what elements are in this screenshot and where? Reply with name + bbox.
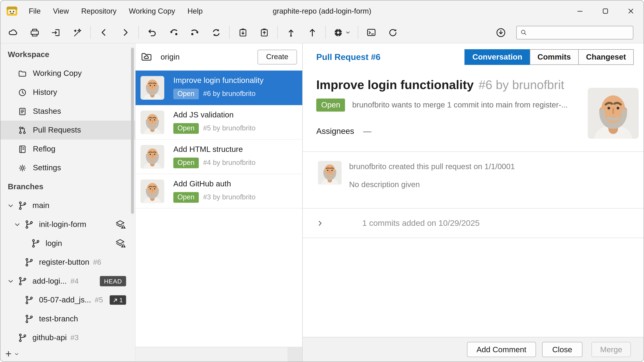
detail-tabs: Conversation Commits Changeset [465,49,634,65]
tab-commits[interactable]: Commits [530,49,579,65]
sidebar-item-stashes[interactable]: Stashes [0,102,135,121]
pr-item-text: Add JS validation Open #5 by brunofbrito [173,110,256,134]
branch-row-add-login[interactable]: add-logi... #4 HEAD [0,272,135,291]
sidebar-item-working-copy[interactable]: Working Copy [0,64,135,83]
sparkles-icon [72,27,82,38]
terminal-button[interactable] [360,24,382,41]
pr-item-title: Add HTML structure [173,145,256,154]
forward-button[interactable] [114,24,136,41]
sidebar-item-settings[interactable]: Settings [0,158,135,177]
maximize-button[interactable] [593,0,618,22]
add-branch-button[interactable]: + [5,349,19,359]
horizontal-scrollbar[interactable] [136,347,302,362]
pr-list-item[interactable]: Improve login functionality Open #6 by b… [136,71,302,105]
merge-button[interactable]: Merge [592,342,631,357]
branch-pr-number: #4 [70,277,78,285]
branch-icon [18,201,28,211]
tab-changeset[interactable]: Changeset [578,49,634,65]
expander-chevron-icon[interactable] [14,221,21,228]
minimize-button[interactable] [567,0,593,22]
search-icon [520,29,528,36]
close-pr-button[interactable]: Close [542,342,582,357]
stash-save-button[interactable] [232,24,254,41]
fetch-download-button[interactable] [490,24,511,41]
pr-list-item[interactable]: Add GitHub auth Open #3 by brunofbrito [136,174,302,209]
menu-working-copy[interactable]: Working Copy [123,0,181,22]
sidebar-item-history[interactable]: History [0,83,135,102]
pr-list-item[interactable]: Add JS validation Open #5 by brunofbrito [136,105,302,140]
branch-label: init-login-form [39,220,86,229]
maximize-icon [601,7,610,15]
branch-pr-number: #6 [93,258,101,267]
stack-warning-icon [115,238,126,249]
pr-item-title: Add GitHub auth [173,179,256,188]
refresh-button[interactable] [382,24,403,41]
branch-row-github-api[interactable]: github-api #3 [0,328,135,347]
pull-button[interactable] [280,24,301,41]
merge-summary: brunofbrito wants to merge 1 commit into… [352,100,568,110]
back-button[interactable] [93,24,114,41]
sync-button[interactable] [205,24,226,41]
detail-header: Pull Request #6 Conversation Commits Cha… [303,43,644,70]
menu-view[interactable]: View [47,0,75,22]
branch-label: login [46,239,62,248]
cherry-pick-button[interactable] [163,24,184,41]
stash-pop-button[interactable] [254,24,275,41]
add-comment-button[interactable]: Add Comment [467,342,536,357]
menu-file[interactable]: File [22,0,47,22]
branch-row-init-login-form[interactable]: init-login-form [0,215,135,234]
pr-number-link[interactable]: Pull Request #6 [316,52,380,62]
tab-conversation[interactable]: Conversation [464,49,530,65]
pr-item-text: Add GitHub auth Open #3 by brunofbrito [173,179,256,203]
print-button[interactable] [24,24,45,41]
branch-label: main [32,201,49,210]
reflog-icon [18,144,27,154]
comment-text: No description given [349,180,515,189]
branch-row-register-button[interactable]: register-button #6 [0,253,135,272]
chevron-left-icon [99,27,109,37]
expander-chevron-icon[interactable] [7,202,14,209]
branch-icon [24,314,34,324]
branch-row-add-js[interactable]: 05-07-add_js... #5 1 [0,291,135,310]
expander-chevron-icon[interactable] [7,278,14,285]
menu-help[interactable]: Help [181,0,209,22]
search-input[interactable] [531,28,630,36]
pr-list-item[interactable]: Add HTML structure Open #4 by brunofbrit… [136,140,302,174]
push-button[interactable] [302,24,323,41]
sidebar-item-reflog[interactable]: Reflog [0,140,135,159]
branch-row-main[interactable]: main [0,196,135,215]
pr-title-row: Improve login functionality#6 by brunofb… [316,78,574,92]
undo-commit-button[interactable] [141,24,162,41]
search-box [516,26,634,39]
branch-label: 05-07-add_js... [39,296,91,305]
branch-row-test-branch[interactable]: test-branch [0,310,135,329]
toolbar-right-group [490,24,644,41]
stashes-icon [18,106,27,116]
close-button[interactable] [618,0,644,22]
clone-button[interactable] [2,24,24,41]
menu-repository[interactable]: Repository [75,0,123,22]
author-avatar [588,88,639,139]
create-pr-button[interactable]: Create [258,49,297,64]
arrow-up-right-icon [113,298,118,303]
stash-save-icon [238,27,248,38]
open-repo-button[interactable] [45,24,66,41]
toolbar-separator [138,26,139,39]
pull-icon [286,27,296,38]
assignees-value[interactable]: — [363,126,372,136]
commits-collapsible-row[interactable]: 1 commits added on 10/29/2025 [303,209,644,238]
avatar [140,76,164,99]
sidebar-item-pull-requests[interactable]: Pull Requests [0,121,135,140]
toolbar-separator [277,26,278,39]
revert-button[interactable] [184,24,205,41]
revert-icon [190,27,200,38]
status-badge: Open [316,98,345,112]
account-menu-button[interactable] [328,24,355,41]
branch-icon [18,333,28,343]
pull-request-detail-panel: Pull Request #6 Conversation Commits Cha… [302,43,644,362]
branch-row-login[interactable]: login [0,234,135,253]
auto-commit-button[interactable] [66,24,88,41]
sidebar-scrollbar[interactable] [131,48,134,214]
chevron-down-icon [345,29,350,35]
comment-body: brunofbrito created this pull request on… [349,161,515,189]
